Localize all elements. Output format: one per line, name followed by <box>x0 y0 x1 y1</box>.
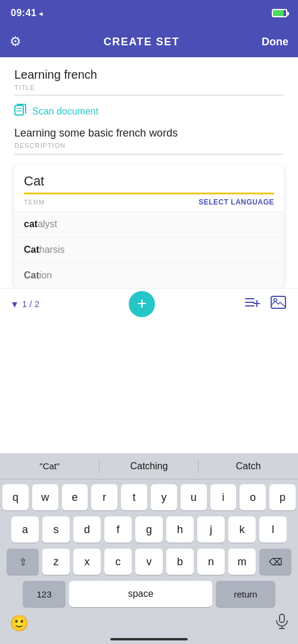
done-button[interactable]: Done <box>262 36 288 48</box>
key-b[interactable]: b <box>166 549 194 575</box>
location-icon: ◂ <box>39 9 43 18</box>
status-icons <box>272 9 287 17</box>
microphone-key[interactable] <box>275 614 288 633</box>
key-s[interactable]: s <box>42 516 70 543</box>
key-g[interactable]: g <box>135 516 163 543</box>
key-m[interactable]: m <box>228 549 256 575</box>
suggestion-catalyst[interactable]: catalyst <box>14 211 284 237</box>
select-language-button[interactable]: SELECT LANGUAGE <box>198 198 274 206</box>
scan-icon <box>14 104 27 119</box>
list-add-icon[interactable] <box>244 296 260 312</box>
battery-icon <box>272 9 287 17</box>
key-h[interactable]: h <box>166 516 194 543</box>
key-r[interactable]: r <box>91 484 117 510</box>
shift-key[interactable]: ⇧ <box>7 549 39 575</box>
key-o[interactable]: o <box>240 484 266 510</box>
term-input-wrap <box>14 165 284 194</box>
key-x[interactable]: x <box>73 549 101 575</box>
keyboard-bottom: 🙂 <box>0 609 298 636</box>
suggestion-catharsis[interactable]: Catharsis <box>14 237 284 262</box>
space-key[interactable]: space <box>69 581 212 607</box>
gear-icon: ⚙ <box>10 34 21 49</box>
key-rows: q w e r t y u i o p a s d f g h j k l ⇧ … <box>0 479 298 609</box>
bottom-toolbar: ▾ 1 / 2 + <box>0 288 298 319</box>
main-content: TITLE Scan document DESCRIPTION TERM SEL… <box>0 57 298 288</box>
key-q[interactable]: q <box>2 484 29 510</box>
key-e[interactable]: e <box>62 484 88 510</box>
chevron-down-icon[interactable]: ▾ <box>12 298 17 311</box>
key-p[interactable]: p <box>269 484 296 510</box>
plus-icon: + <box>137 295 147 312</box>
key-c[interactable]: c <box>104 549 132 575</box>
svg-rect-8 <box>271 296 285 308</box>
card-count: 1 / 2 <box>22 299 39 309</box>
key-n[interactable]: n <box>197 549 225 575</box>
toolbar-right <box>244 296 286 312</box>
title-label: TITLE <box>14 84 284 94</box>
key-row-2: a s d f g h j k l <box>2 516 296 543</box>
nav-title: CREATE SET <box>104 36 180 48</box>
key-a[interactable]: a <box>11 516 39 543</box>
settings-button[interactable]: ⚙ <box>10 34 21 49</box>
key-t[interactable]: t <box>121 484 147 510</box>
term-input[interactable] <box>24 174 274 189</box>
predictive-bar: "Cat" Catching Catch <box>0 453 298 479</box>
key-v[interactable]: v <box>135 549 163 575</box>
numbers-key[interactable]: 123 <box>23 581 66 607</box>
key-d[interactable]: d <box>73 516 101 543</box>
key-w[interactable]: w <box>32 484 58 510</box>
key-row-1: q w e r t y u i o p <box>2 484 296 510</box>
key-i[interactable]: i <box>210 484 237 510</box>
key-row-3: ⇧ z x c v b n m ⌫ <box>2 549 296 575</box>
predictive-cat-quoted[interactable]: "Cat" <box>0 453 100 479</box>
key-k[interactable]: k <box>228 516 256 543</box>
home-indicator <box>110 638 188 640</box>
return-key[interactable]: return <box>216 581 275 607</box>
delete-key[interactable]: ⌫ <box>259 549 291 575</box>
key-y[interactable]: y <box>151 484 177 510</box>
term-label: TERM <box>24 199 45 206</box>
predictive-catching[interactable]: Catching <box>100 453 199 479</box>
description-input[interactable] <box>14 127 284 140</box>
key-l[interactable]: l <box>259 516 287 543</box>
add-card-button[interactable]: + <box>129 291 155 317</box>
keyboard-area: "Cat" Catching Catch q w e r t y u i o p… <box>0 453 298 644</box>
description-field-wrap: DESCRIPTION <box>14 127 284 154</box>
key-z[interactable]: z <box>42 549 70 575</box>
key-u[interactable]: u <box>181 484 207 510</box>
nav-bar: ⚙ CREATE SET Done <box>0 26 298 57</box>
scan-document-label: Scan document <box>32 106 98 117</box>
term-card: TERM SELECT LANGUAGE catalyst Catharsis … <box>14 165 284 288</box>
suggestion-cation[interactable]: Cation <box>14 262 284 288</box>
predictive-catch[interactable]: Catch <box>198 453 298 479</box>
emoji-key[interactable]: 🙂 <box>10 614 29 633</box>
svg-rect-10 <box>280 614 284 623</box>
svg-rect-0 <box>15 106 23 115</box>
term-row: TERM SELECT LANGUAGE <box>14 194 284 211</box>
scan-document-row[interactable]: Scan document <box>14 104 284 119</box>
status-time: 09:41 <box>11 8 36 18</box>
status-bar: 09:41 ◂ <box>0 0 298 26</box>
key-j[interactable]: j <box>197 516 225 543</box>
key-row-4: 123 space return <box>2 581 296 607</box>
key-f[interactable]: f <box>104 516 132 543</box>
image-icon[interactable] <box>271 296 286 312</box>
description-label: DESCRIPTION <box>14 142 284 151</box>
title-input[interactable] <box>14 68 284 82</box>
chevron-count-group: ▾ 1 / 2 <box>12 298 39 311</box>
title-field-wrap: TITLE <box>14 57 284 95</box>
